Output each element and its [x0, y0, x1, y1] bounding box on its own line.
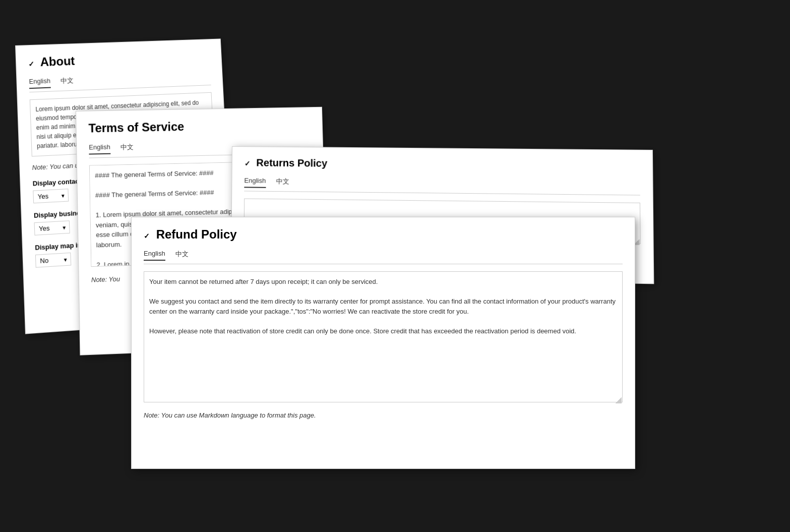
refund-card: ✓ Refund Policy English 中文 Your item can…	[131, 217, 635, 469]
refund-lang-chinese[interactable]: 中文	[175, 250, 189, 261]
refund-lang-english[interactable]: English	[144, 250, 165, 261]
refund-textarea-wrapper: Your item cannot be returned after 7 day…	[144, 271, 623, 404]
returns-lang-chinese[interactable]: 中文	[276, 177, 289, 188]
display-contact-select-wrapper: Yes No ▼	[33, 189, 69, 203]
display-map-select[interactable]: No Yes	[35, 253, 71, 268]
refund-resize-handle	[616, 397, 622, 403]
display-business-select[interactable]: Yes No	[34, 220, 70, 235]
returns-lang-tabs: English 中文	[244, 176, 640, 195]
refund-lang-tabs: English 中文	[144, 250, 623, 264]
about-lang-chinese[interactable]: 中文	[60, 76, 74, 88]
refund-content-textarea[interactable]: Your item cannot be returned after 7 day…	[144, 271, 623, 402]
returns-title: ✓ Returns Policy	[245, 157, 640, 172]
refund-chevron: ✓	[144, 232, 150, 240]
refund-title: ✓ Refund Policy	[144, 227, 623, 242]
returns-chevron: ✓	[245, 159, 251, 167]
returns-lang-english[interactable]: English	[244, 176, 266, 188]
tos-lang-english[interactable]: English	[89, 143, 110, 155]
display-business-select-wrapper: Yes No ▼	[34, 220, 70, 235]
about-title: ✓ About	[28, 49, 210, 70]
about-chevron: ✓	[28, 60, 35, 68]
display-contact-select[interactable]: Yes No	[33, 189, 69, 203]
about-lang-english[interactable]: English	[29, 77, 50, 89]
display-map-select-wrapper: No Yes ▼	[35, 253, 71, 268]
tos-lang-chinese[interactable]: 中文	[120, 143, 133, 154]
refund-note: Note: You can use Markdown language to f…	[144, 411, 623, 419]
about-lang-tabs: English 中文	[29, 71, 211, 93]
tos-title: Terms of Service	[88, 117, 311, 136]
